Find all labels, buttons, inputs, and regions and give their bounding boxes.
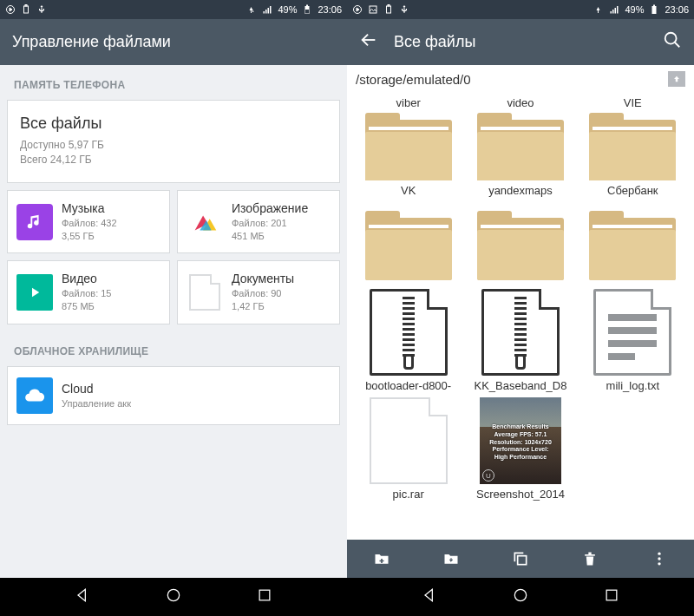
svg-rect-3 xyxy=(264,11,265,14)
cloud-card[interactable]: Cloud Управление акк xyxy=(7,366,340,425)
file-label: video xyxy=(464,93,576,115)
category-size: 451 МБ xyxy=(232,230,308,243)
svg-rect-15 xyxy=(388,5,390,7)
battery-level-icon xyxy=(649,4,659,15)
svg-rect-20 xyxy=(652,6,657,14)
category-video[interactable]: Видео Файлов: 15 875 МБ xyxy=(7,260,170,324)
category-images[interactable]: Изображение Файлов: 201 451 МБ xyxy=(177,190,340,254)
nav-back[interactable] xyxy=(421,587,438,607)
file-label: Сбербанк xyxy=(577,180,689,202)
nav-home[interactable] xyxy=(512,587,529,607)
search-button[interactable] xyxy=(663,30,682,54)
file-item[interactable]: VK xyxy=(352,180,464,289)
path-bar: /storage/emulated/0 xyxy=(347,65,694,93)
download-folder-button[interactable] xyxy=(434,541,468,576)
nav-recent[interactable] xyxy=(256,587,273,607)
navigation-bar xyxy=(347,578,694,616)
svg-point-26 xyxy=(658,562,660,565)
file-label: pic.rar xyxy=(352,484,464,506)
navigation-bar xyxy=(0,578,347,616)
category-size: 875 МБ xyxy=(62,300,111,313)
folder-icon xyxy=(589,211,676,280)
all-files-available: Доступно 5,97 ГБ xyxy=(20,138,327,153)
file-label: VK xyxy=(352,180,464,202)
folder-icon xyxy=(589,113,676,180)
up-directory-button[interactable] xyxy=(668,71,685,87)
svg-rect-1 xyxy=(24,6,29,13)
delete-button[interactable] xyxy=(573,541,607,576)
nav-back[interactable] xyxy=(74,587,91,607)
battery-percent: 49% xyxy=(278,4,297,15)
file-item[interactable]: bootloader-d800- xyxy=(352,289,464,397)
image-icon xyxy=(368,4,378,15)
image-thumbnail: Benchmark ResultsAverage FPS: 57.1Resolu… xyxy=(480,397,561,484)
copy-button[interactable] xyxy=(503,541,538,576)
zip-file-icon xyxy=(481,289,560,376)
text-file-icon xyxy=(593,289,671,376)
svg-rect-11 xyxy=(259,590,270,600)
svg-point-25 xyxy=(658,557,660,560)
nav-home[interactable] xyxy=(165,587,182,607)
svg-rect-9 xyxy=(305,10,309,14)
music-icon xyxy=(16,204,53,240)
data-icon xyxy=(246,4,257,15)
file-item[interactable]: Benchmark ResultsAverage FPS: 57.1Resolu… xyxy=(464,397,576,506)
file-label: VIE xyxy=(577,93,689,115)
usb-icon xyxy=(36,4,47,15)
svg-rect-23 xyxy=(518,556,527,565)
svg-rect-16 xyxy=(611,11,612,14)
nav-recent[interactable] xyxy=(603,587,620,607)
action-bar: Все файлы xyxy=(347,19,694,65)
play-circle-icon xyxy=(352,4,363,15)
svg-point-27 xyxy=(514,589,526,600)
file-icon xyxy=(370,397,448,484)
file-item[interactable]: yandexmaps xyxy=(464,180,576,289)
file-label: mili_log.txt xyxy=(577,376,689,397)
bottom-action-bar xyxy=(347,540,694,578)
file-item[interactable]: Сбербанк xyxy=(577,180,689,289)
category-files: Файлов: 15 xyxy=(62,287,111,300)
category-music[interactable]: Музыка Файлов: 432 3,55 ГБ xyxy=(7,190,170,254)
section-cloud-storage: ОБЛАЧНОЕ ХРАНИЛИЩЕ xyxy=(7,331,340,366)
file-item[interactable]: KK_Baseband_D8 xyxy=(464,289,576,397)
svg-rect-13 xyxy=(370,6,376,13)
battery-icon xyxy=(21,4,31,15)
clock: 23:06 xyxy=(318,4,342,15)
folder-icon xyxy=(477,211,564,280)
status-bar: 49% 23:06 xyxy=(347,0,694,19)
status-bar: 49% 23:06 xyxy=(0,0,347,19)
svg-rect-5 xyxy=(268,8,270,14)
page-title: Все файлы xyxy=(394,33,475,51)
more-button[interactable] xyxy=(642,541,677,576)
new-folder-button[interactable] xyxy=(364,541,399,576)
svg-rect-19 xyxy=(617,6,619,14)
file-label: bootloader-d800- xyxy=(352,376,464,397)
folder-icon xyxy=(365,211,452,280)
file-label: viber xyxy=(352,93,464,115)
category-label: Музыка xyxy=(62,201,117,215)
clock: 23:06 xyxy=(665,4,689,15)
all-files-card[interactable]: Все файлы Доступно 5,97 ГБ Всего 24,12 Г… xyxy=(7,100,340,183)
folder-icon xyxy=(365,113,452,180)
category-label: Видео xyxy=(62,272,111,285)
svg-point-24 xyxy=(658,553,660,555)
category-label: Документы xyxy=(232,272,294,285)
file-item[interactable]: pic.rar xyxy=(352,397,464,506)
file-item[interactable]: video xyxy=(464,93,576,180)
category-documents[interactable]: Документы Файлов: 90 1,42 ГБ xyxy=(177,260,340,324)
category-files: Файлов: 432 xyxy=(62,217,117,230)
file-item[interactable]: mili_log.txt xyxy=(577,289,689,397)
svg-point-22 xyxy=(665,33,677,44)
signal-icon xyxy=(262,4,272,15)
file-item[interactable]: VIE xyxy=(577,93,689,180)
document-icon xyxy=(187,274,223,311)
back-button[interactable] xyxy=(359,30,378,54)
svg-point-10 xyxy=(167,589,179,600)
battery-percent: 49% xyxy=(625,4,644,15)
images-icon xyxy=(187,204,223,240)
battery-icon xyxy=(383,4,394,15)
file-item[interactable]: viber xyxy=(352,93,464,180)
category-files: Файлов: 90 xyxy=(232,287,294,300)
file-label: yandexmaps xyxy=(464,180,576,202)
section-phone-storage: ПАМЯТЬ ТЕЛЕФОНА xyxy=(7,65,340,100)
